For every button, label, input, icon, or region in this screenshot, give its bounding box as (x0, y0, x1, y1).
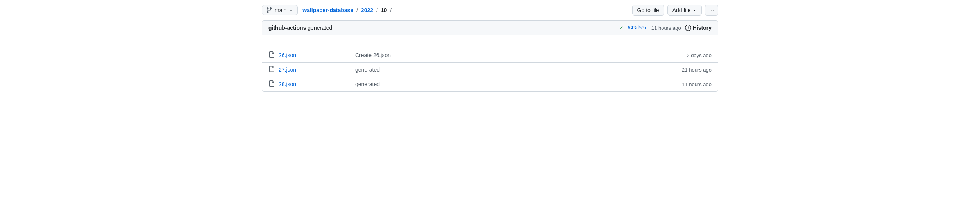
top-bar: main wallpaper-database / 2022 / 10 / Go… (262, 5, 718, 16)
file-name-2[interactable]: 28.json (279, 81, 349, 87)
file-icon (268, 80, 275, 88)
file-time-1: 21 hours ago (665, 67, 712, 73)
history-link[interactable]: History (685, 25, 712, 31)
parent-dir-link[interactable]: .. (268, 38, 272, 45)
file-name-1[interactable]: 27.json (279, 67, 349, 73)
chevron-down-icon (289, 8, 293, 13)
commit-time: 11 hours ago (651, 25, 681, 31)
breadcrumb-repo[interactable]: wallpaper-database (302, 7, 353, 13)
table-row: 28.json generated 11 hours ago (262, 77, 718, 91)
chevron-down-icon-2 (692, 8, 697, 13)
breadcrumb-sep1 (299, 7, 301, 13)
breadcrumb-year[interactable]: 2022 (361, 7, 373, 13)
file-name-0[interactable]: 26.json (279, 52, 349, 58)
breadcrumb-slash3: / (388, 7, 392, 13)
file-time-2: 11 hours ago (665, 81, 712, 87)
table-row: 27.json generated 21 hours ago (262, 63, 718, 77)
clock-icon (685, 25, 691, 31)
table-row: 26.json Create 26.json 2 days ago (262, 48, 718, 63)
history-label: History (693, 25, 712, 31)
commit-hash[interactable]: 643d53c (628, 25, 647, 31)
page-wrapper: main wallpaper-database / 2022 / 10 / Go… (256, 0, 724, 96)
commit-author: github-actions (268, 25, 306, 31)
more-options-button[interactable]: ··· (705, 5, 718, 16)
file-commit-msg-0: Create 26.json (349, 52, 665, 58)
file-time-0: 2 days ago (665, 52, 712, 58)
file-commit-msg-2: generated (349, 81, 665, 87)
file-icon (268, 66, 275, 74)
add-file-button[interactable]: Add file (667, 5, 702, 16)
branch-button[interactable]: main (262, 5, 298, 15)
breadcrumb-current: 10 (381, 7, 387, 13)
file-table: github-actions generated ✓ 643d53c 11 ho… (262, 20, 718, 92)
commit-message: github-actions generated (268, 25, 332, 31)
file-commit-msg-1: generated (349, 67, 665, 73)
parent-dir-row: .. (262, 35, 718, 48)
branch-name: main (275, 7, 286, 13)
add-file-label: Add file (672, 7, 691, 13)
check-icon: ✓ (619, 25, 624, 31)
go-to-file-button[interactable]: Go to file (632, 5, 664, 16)
commit-header: github-actions generated ✓ 643d53c 11 ho… (262, 21, 718, 35)
branch-icon (266, 7, 272, 13)
breadcrumb-slash2: / (375, 7, 379, 13)
breadcrumb-slash1: / (355, 7, 359, 13)
commit-meta: ✓ 643d53c 11 hours ago History (619, 25, 712, 31)
top-actions: Go to file Add file ··· (632, 5, 718, 16)
file-icon (268, 51, 275, 59)
commit-message-text: generated (308, 25, 332, 31)
breadcrumb: main wallpaper-database / 2022 / 10 / (262, 5, 392, 15)
